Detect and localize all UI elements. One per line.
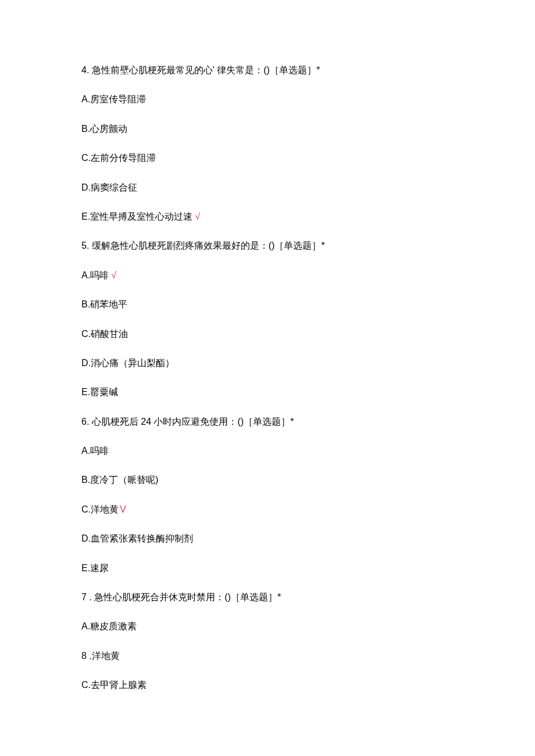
option-c: C.去甲肾上腺素: [81, 679, 454, 691]
option-text: A.吗啡: [81, 270, 109, 280]
option-b: B.硝苯地平: [81, 298, 454, 311]
check-icon: V: [120, 504, 126, 514]
option-d: D.消心痛（异山梨酯）: [81, 357, 454, 370]
option-a: A.房室传导阻滞: [81, 93, 454, 106]
option-b: B.度冷丁（哌替呢): [81, 474, 454, 486]
document-page: 4. 急性前壁心肌梗死最常见的心' 律失常是：()［单选题］* A.房室传导阻滞…: [0, 0, 535, 755]
question-stem: 5. 缓解急性心肌梗死剧烈疼痛效果最好的是：()［单选题］*: [81, 239, 454, 252]
question-stem: 7 . 急性心肌梗死合并休克时禁用：()［单选题］*: [81, 591, 454, 604]
option-c: C.左前分传导阻滞: [81, 152, 454, 164]
option-c: C.洋地黄V: [81, 503, 454, 516]
option-b: B.心房颤动: [81, 123, 454, 135]
question-stem: 6. 心肌梗死后 24 小时内应避免使用：()［单选题］*: [81, 415, 454, 428]
option-b: 8 .洋地黄: [81, 650, 454, 662]
option-text: E.室性早搏及室性心动过速: [81, 212, 192, 221]
option-d: D.病窦综合征: [81, 181, 454, 194]
option-a: A.糖皮质激素: [81, 620, 454, 633]
option-a: A.吗啡√: [81, 269, 454, 282]
check-icon: √: [111, 270, 116, 280]
question-stem: 4. 急性前壁心肌梗死最常见的心' 律失常是：()［单选题］*: [81, 64, 454, 77]
option-e: E.罂粟碱: [81, 386, 454, 399]
option-d: D.血管紧张素转换酶抑制剂: [81, 532, 454, 545]
option-text: C.洋地黄: [81, 504, 119, 514]
option-e: E.速尿: [81, 562, 454, 575]
check-icon: √: [195, 212, 200, 221]
option-e: E.室性早搏及室性心动过速√: [81, 210, 454, 223]
option-c: C.硝酸甘油: [81, 328, 454, 341]
option-a: A.吗啡: [81, 445, 454, 457]
